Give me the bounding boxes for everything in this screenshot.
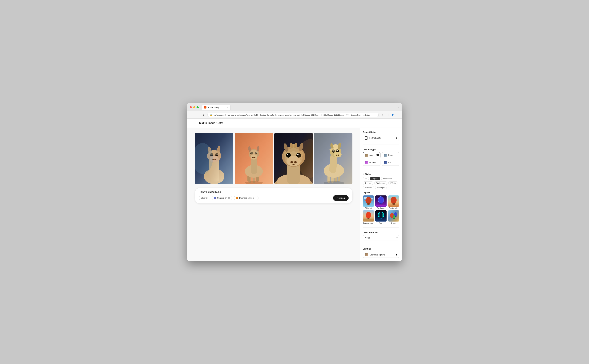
color-tone-dropdown[interactable]: None Warm Cool Pastel <box>363 235 399 240</box>
concept-art-tag[interactable]: Concept art ✕ <box>212 196 232 200</box>
style-synthwave[interactable]: Synthwave <box>375 195 387 209</box>
lighting-label: Lighting <box>363 248 399 250</box>
svg-rect-103 <box>368 218 369 219</box>
lighting-icon <box>365 253 368 256</box>
concept-art-tag-remove[interactable]: ✕ <box>228 197 230 199</box>
any-label: Any <box>369 154 373 156</box>
refresh-button[interactable]: Refresh <box>333 195 349 201</box>
layered-paper-label: Layered paper <box>363 222 374 224</box>
filter-techniques[interactable]: Techniques <box>374 181 388 185</box>
style-thumbnails: Digital art <box>363 195 399 224</box>
address-bar[interactable]: 🔒 firefly.corp.adobe.com/generate/images… <box>207 113 379 117</box>
browser-tabs: Adobe Firefly ✕ + <box>202 105 235 110</box>
lock-icon: 🔒 <box>210 114 212 116</box>
app-back-button[interactable]: ← <box>191 121 196 126</box>
menu-button[interactable]: ⋮ <box>396 113 400 117</box>
color-tone-label: Color and tone <box>363 231 399 234</box>
filter-concepts[interactable]: Concepts <box>375 186 387 189</box>
filter-all[interactable]: All <box>363 177 369 180</box>
extensions-button[interactable]: ⬡ <box>385 113 389 117</box>
chaotic-label: Chaotic <box>391 222 396 224</box>
style-layered-paper[interactable]: Layered paper <box>363 210 374 224</box>
svg-point-70 <box>336 155 338 156</box>
app-content: ← Text to image (Beta) <box>187 119 402 261</box>
tab-close-button[interactable]: ✕ <box>226 106 228 109</box>
generated-image-1[interactable] <box>195 133 233 184</box>
svg-point-63 <box>334 152 342 157</box>
style-palette-knife[interactable]: Palette knife <box>388 195 399 209</box>
style-chaotic[interactable]: Chaotic <box>388 210 399 224</box>
prompt-tags: Clear all Concept art ✕ Dramatic lightin… <box>199 195 349 201</box>
back-button[interactable]: ← <box>189 113 194 117</box>
profile-button[interactable]: 👤 <box>390 113 395 117</box>
bookmark-button[interactable]: ☆ <box>380 113 384 117</box>
svg-point-23 <box>251 154 257 159</box>
palette-knife-label: Palette knife <box>389 207 398 209</box>
svg-point-51 <box>290 161 293 163</box>
digital-art-thumbnail <box>363 195 374 207</box>
filter-themes[interactable]: Themes <box>363 181 373 185</box>
svg-point-52 <box>294 161 297 163</box>
main-layout: Highly detailed llama Clear all Concept … <box>187 128 402 261</box>
concept-art-tag-label: Concept art <box>217 197 227 199</box>
clear-all-button[interactable]: Clear all <box>199 196 210 200</box>
synthwave-thumbnail <box>375 195 387 207</box>
digital-art-label: Digital art <box>365 207 372 209</box>
content-type-graphic[interactable]: Graphic <box>363 160 381 166</box>
filter-popular[interactable]: Popular <box>370 177 380 180</box>
tab-favicon <box>204 106 207 109</box>
lighting-dropdown[interactable]: Dramatic lighting ▾ <box>363 252 399 258</box>
dramatic-lighting-tag-remove[interactable]: ✕ <box>254 197 256 199</box>
filter-movements[interactable]: Movements <box>381 177 394 180</box>
svg-point-81 <box>371 198 373 199</box>
aspect-ratio-section: Aspect Ratio Portrait (3:4) ▾ <box>363 131 399 141</box>
style-neon[interactable]: Neon <box>375 210 387 224</box>
palette-knife-thumbnail <box>388 195 399 207</box>
lighting-chevron: ▾ <box>396 253 397 256</box>
content-type-photo[interactable]: Photo <box>382 152 399 158</box>
svg-point-45 <box>286 153 291 157</box>
lighting-section: Lighting Dramatic lighting ▾ <box>363 248 399 258</box>
svg-point-83 <box>378 196 384 203</box>
content-type-art[interactable]: Art <box>382 160 399 166</box>
generated-image-4[interactable] <box>314 133 352 184</box>
new-tab-icon: + <box>233 106 234 109</box>
content-type-any[interactable]: Any ✓ <box>363 152 381 158</box>
filter-materials[interactable]: Materials <box>363 186 374 189</box>
aspect-ratio-dropdown[interactable]: Portrait (3:4) ▾ <box>363 135 399 141</box>
traffic-light-red[interactable] <box>190 106 192 108</box>
color-tone-section: Color and tone None Warm Cool Pastel ▾ <box>363 231 399 240</box>
browser-controls: Adobe Firefly ✕ + ⌄ <box>190 105 399 110</box>
graphic-label: Graphic <box>369 162 376 164</box>
content-area: Highly detailed llama Clear all Concept … <box>187 128 360 261</box>
divider-1 <box>363 144 399 145</box>
styles-toggle-icon[interactable]: ▾ <box>363 173 364 175</box>
generated-image-3[interactable] <box>274 133 313 184</box>
svg-rect-100 <box>363 219 374 221</box>
browser-tab-active[interactable]: Adobe Firefly ✕ <box>202 105 231 110</box>
art-icon <box>384 161 387 164</box>
reload-button[interactable]: ↻ <box>201 113 206 117</box>
content-type-grid: Any ✓ Photo Graphic <box>363 152 399 166</box>
aspect-ratio-chevron: ▾ <box>396 136 397 139</box>
new-tab-button[interactable]: + <box>231 105 235 110</box>
filter-effects[interactable]: Effects <box>388 181 398 185</box>
graphic-icon <box>365 161 368 164</box>
svg-point-32 <box>250 150 258 154</box>
style-filters: All Popular Movements Themes Techniques … <box>363 177 399 189</box>
svg-point-80 <box>364 197 367 199</box>
generated-image-2[interactable] <box>235 133 273 184</box>
traffic-light-yellow[interactable] <box>193 106 195 108</box>
forward-button[interactable]: → <box>195 113 200 117</box>
url-text: firefly.corp.adobe.com/generate/images?p… <box>214 114 376 116</box>
photo-icon <box>384 154 387 157</box>
images-grid <box>195 133 352 184</box>
dramatic-lighting-tag[interactable]: Dramatic lighting ✕ <box>234 196 259 200</box>
any-icon <box>365 154 368 157</box>
svg-rect-110 <box>380 218 382 219</box>
popular-section-label: Popular <box>363 192 399 194</box>
style-digital-art[interactable]: Digital art <box>363 195 374 209</box>
traffic-light-green[interactable] <box>197 106 199 108</box>
svg-point-47 <box>287 154 288 155</box>
layered-paper-thumbnail <box>363 210 374 221</box>
